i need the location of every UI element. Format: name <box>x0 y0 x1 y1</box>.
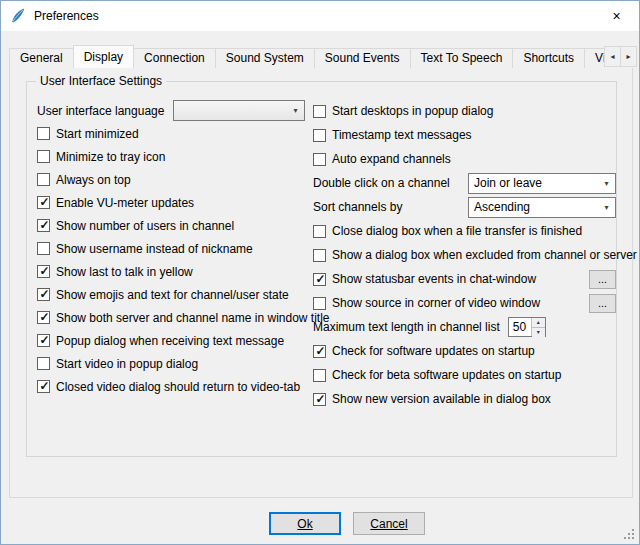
max-text-length-value: 50 <box>509 318 531 336</box>
tab-scroll-left-button[interactable]: ◂ <box>604 46 621 67</box>
sort-channels-row: Sort channels by Ascending ▾ <box>313 195 616 219</box>
checkbox-start-desktops-popup[interactable]: Start desktops in popup dialog <box>313 99 616 123</box>
checkbox-box[interactable] <box>37 288 50 301</box>
video-source-options-button[interactable]: ... <box>589 294 616 313</box>
group-user-interface-settings: User Interface Settings User interface l… <box>26 81 617 457</box>
checkbox-dialog-when-excluded[interactable]: Show a dialog box when excluded from cha… <box>313 243 616 267</box>
left-column: User interface language ▾ Start minimize… <box>37 99 305 398</box>
tab-sound-events[interactable]: Sound Events <box>314 48 411 68</box>
checkbox-auto-expand-channels[interactable]: Auto expand channels <box>313 147 616 171</box>
checkbox-box[interactable] <box>313 345 326 358</box>
checkbox-box[interactable] <box>313 369 326 382</box>
spinner-down-icon[interactable]: ▾ <box>532 328 545 337</box>
arrow-left-icon: ◂ <box>610 52 614 61</box>
checkbox-label: Show emojis and text for channel/user st… <box>56 288 289 302</box>
checkbox-box[interactable] <box>37 219 50 232</box>
checkbox-box[interactable] <box>37 242 50 255</box>
chevron-down-icon: ▾ <box>287 106 304 115</box>
spinner-arrows: ▴ ▾ <box>531 318 545 336</box>
checkbox-box[interactable] <box>313 249 326 262</box>
checkbox-box[interactable] <box>313 105 326 118</box>
checkbox-label: Show source in corner of video window <box>332 296 540 310</box>
checkbox-minimize-to-tray[interactable]: Minimize to tray icon <box>37 145 305 168</box>
checkbox-box[interactable] <box>313 129 326 142</box>
checkbox-label: Show last to talk in yellow <box>56 265 193 279</box>
chevron-down-icon: ▾ <box>598 179 615 188</box>
sort-channels-combobox[interactable]: Ascending ▾ <box>468 197 616 218</box>
checkbox-label: Minimize to tray icon <box>56 150 165 164</box>
checkbox-server-channel-title[interactable]: Show both server and channel name in win… <box>37 306 305 329</box>
checkbox-label: Show a dialog box when excluded from cha… <box>332 248 637 262</box>
checkbox-show-number-of-users[interactable]: Show number of users in channel <box>37 214 305 237</box>
title-bar[interactable]: Preferences × <box>1 1 639 31</box>
checkbox-show-username[interactable]: Show username instead of nickname <box>37 237 305 260</box>
sort-channels-label: Sort channels by <box>313 200 402 214</box>
checkbox-vu-meter-updates[interactable]: Enable VU-meter updates <box>37 191 305 214</box>
checkbox-box[interactable] <box>313 273 326 286</box>
checkbox-check-updates[interactable]: Check for software updates on startup <box>313 339 616 363</box>
checkbox-always-on-top[interactable]: Always on top <box>37 168 305 191</box>
right-column: Start desktops in popup dialog Timestamp… <box>313 99 616 411</box>
checkbox-box[interactable] <box>37 196 50 209</box>
checkbox-box[interactable] <box>37 173 50 186</box>
checkbox-timestamp-messages[interactable]: Timestamp text messages <box>313 123 616 147</box>
close-button[interactable]: × <box>594 1 639 31</box>
checkbox-label: Closed video dialog should return to vid… <box>56 380 300 394</box>
checkbox-box[interactable] <box>313 297 326 310</box>
checkbox-box[interactable] <box>313 153 326 166</box>
checkbox-label: Always on top <box>56 173 131 187</box>
tab-bar: General Display Connection Sound System … <box>9 45 633 68</box>
language-combobox[interactable]: ▾ <box>173 100 305 121</box>
close-icon: × <box>612 8 620 24</box>
resize-grip[interactable] <box>623 528 635 540</box>
sort-channels-combobox-value: Ascending <box>469 200 598 214</box>
tab-display[interactable]: Display <box>73 45 134 68</box>
ok-button[interactable]: Ok <box>269 512 341 535</box>
checkbox-label: Timestamp text messages <box>332 128 472 142</box>
language-label: User interface language <box>37 104 164 118</box>
checkbox-statusbar-events[interactable]: Show statusbar events in chat-window ... <box>313 267 616 291</box>
checkbox-close-on-file-transfer[interactable]: Close dialog box when a file transfer is… <box>313 219 616 243</box>
tab-scroll-right-button[interactable]: ▸ <box>620 46 637 67</box>
language-row: User interface language ▾ <box>37 99 305 122</box>
checkbox-label: Popup dialog when receiving text message <box>56 334 284 348</box>
statusbar-events-options-button[interactable]: ... <box>589 270 616 289</box>
double-click-label: Double click on a channel <box>313 176 450 190</box>
app-icon <box>10 8 26 24</box>
checkbox-start-minimized[interactable]: Start minimized <box>37 122 305 145</box>
checkbox-box[interactable] <box>37 265 50 278</box>
checkbox-label: Show new version available in dialog box <box>332 392 551 406</box>
checkbox-popup-text-message[interactable]: Popup dialog when receiving text message <box>37 329 305 352</box>
double-click-row: Double click on a channel Join or leave … <box>313 171 616 195</box>
checkbox-box[interactable] <box>37 150 50 163</box>
checkbox-closed-video-return[interactable]: Closed video dialog should return to vid… <box>37 375 305 398</box>
checkbox-last-to-talk[interactable]: Show last to talk in yellow <box>37 260 305 283</box>
ok-button-label: Ok <box>297 517 312 531</box>
max-text-length-label: Maximum text length in channel list <box>313 320 500 334</box>
tab-panel: User Interface Settings User interface l… <box>9 67 633 498</box>
tab-connection[interactable]: Connection <box>133 48 216 68</box>
spinner-up-icon[interactable]: ▴ <box>532 318 545 328</box>
checkbox-start-video-popup[interactable]: Start video in popup dialog <box>37 352 305 375</box>
checkbox-show-emojis[interactable]: Show emojis and text for channel/user st… <box>37 283 305 306</box>
checkbox-box[interactable] <box>37 127 50 140</box>
checkbox-box[interactable] <box>37 357 50 370</box>
checkbox-box[interactable] <box>313 393 326 406</box>
max-text-length-spinner[interactable]: 50 ▴ ▾ <box>508 317 546 337</box>
tab-text-to-speech[interactable]: Text To Speech <box>410 48 514 68</box>
checkbox-label: Show username instead of nickname <box>56 242 253 256</box>
double-click-combobox[interactable]: Join or leave ▾ <box>468 173 616 194</box>
arrow-right-icon: ▸ <box>626 52 630 61</box>
cancel-button[interactable]: Cancel <box>353 512 425 535</box>
checkbox-label: Start desktops in popup dialog <box>332 104 493 118</box>
checkbox-video-source-corner[interactable]: Show source in corner of video window ..… <box>313 291 616 315</box>
checkbox-box[interactable] <box>37 311 50 324</box>
checkbox-box[interactable] <box>37 380 50 393</box>
tab-general[interactable]: General <box>9 48 74 68</box>
tab-sound-system[interactable]: Sound System <box>215 48 315 68</box>
checkbox-box[interactable] <box>313 225 326 238</box>
checkbox-check-beta-updates[interactable]: Check for beta software updates on start… <box>313 363 616 387</box>
checkbox-box[interactable] <box>37 334 50 347</box>
checkbox-new-version-dialog[interactable]: Show new version available in dialog box <box>313 387 616 411</box>
tab-shortcuts[interactable]: Shortcuts <box>512 48 585 68</box>
